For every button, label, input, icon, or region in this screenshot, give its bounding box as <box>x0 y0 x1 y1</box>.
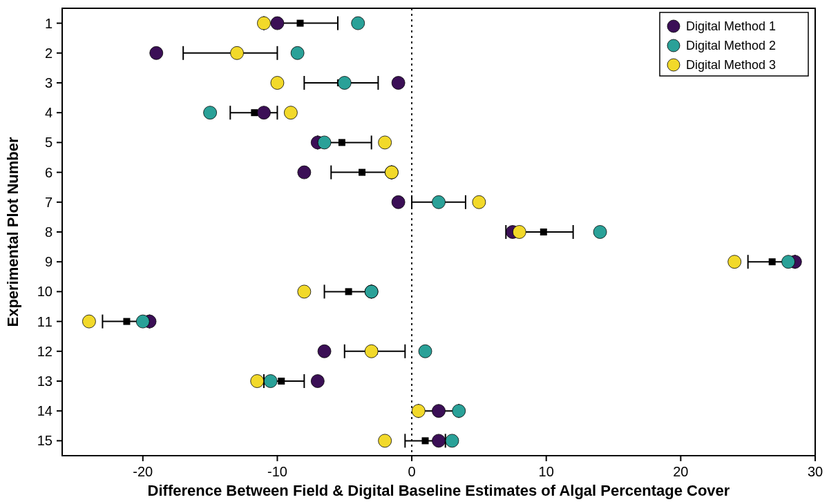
data-point <box>473 195 486 209</box>
y-tick-label: 4 <box>45 105 53 120</box>
data-point <box>318 136 331 149</box>
data-point <box>257 106 270 119</box>
y-tick-label: 7 <box>45 195 53 210</box>
y-tick-label: 13 <box>37 374 53 389</box>
data-point <box>412 405 425 418</box>
mean-marker <box>297 20 304 27</box>
data-point <box>231 46 244 59</box>
data-point <box>432 434 446 447</box>
mean-marker <box>540 229 547 235</box>
data-point <box>513 226 526 239</box>
y-tick-label: 11 <box>37 314 53 329</box>
data-point <box>338 77 351 90</box>
legend-label: Digital Method 1 <box>686 19 776 33</box>
data-point <box>452 405 466 418</box>
data-point <box>782 255 795 269</box>
x-tick-label: -20 <box>133 464 153 479</box>
x-tick-label: 0 <box>408 464 416 479</box>
data-point <box>271 17 284 30</box>
mean-marker <box>251 109 258 116</box>
legend-label: Digital Method 2 <box>686 39 776 52</box>
chart-container: -20-100102030123456789101112131415Differ… <box>0 0 829 504</box>
data-point <box>257 17 270 30</box>
mean-marker <box>339 139 345 146</box>
data-point <box>271 77 284 90</box>
data-point <box>392 77 405 90</box>
y-tick-label: 9 <box>45 254 53 269</box>
y-tick-label: 8 <box>45 224 53 240</box>
y-tick-label: 15 <box>37 433 53 448</box>
data-point <box>150 46 163 59</box>
data-point <box>311 375 324 388</box>
data-point <box>365 345 378 358</box>
data-point <box>728 255 741 269</box>
data-point <box>291 46 304 59</box>
x-axis-label: Difference Between Field & Digital Basel… <box>148 482 730 499</box>
data-point <box>385 166 398 179</box>
mean-marker <box>278 378 285 385</box>
data-point <box>251 375 264 388</box>
y-tick-label: 3 <box>45 75 53 90</box>
data-point <box>392 195 405 209</box>
data-point <box>264 375 277 388</box>
data-point <box>298 166 311 179</box>
y-tick-label: 14 <box>37 403 53 418</box>
data-point <box>284 106 297 119</box>
chart-svg: -20-100102030123456789101112131415Differ… <box>0 0 829 504</box>
y-axis-label: Experimental Plot Number <box>4 137 21 327</box>
x-tick-label: -10 <box>267 464 287 479</box>
x-tick-label: 10 <box>539 464 554 479</box>
x-tick-label: 30 <box>808 464 823 479</box>
y-tick-label: 5 <box>45 135 53 150</box>
data-point <box>352 17 365 30</box>
y-tick-label: 1 <box>45 16 53 31</box>
x-tick-label: 20 <box>673 464 688 479</box>
mean-marker <box>345 288 352 295</box>
mean-marker <box>359 169 365 176</box>
data-point <box>593 226 607 239</box>
data-point <box>432 195 446 209</box>
data-point <box>318 345 331 358</box>
data-point <box>379 136 392 149</box>
legend-marker <box>667 20 680 32</box>
mean-marker <box>769 258 776 265</box>
y-tick-label: 10 <box>37 284 53 299</box>
mean-marker <box>123 318 130 325</box>
legend-marker <box>667 39 680 52</box>
data-point <box>298 285 311 298</box>
data-point <box>379 434 392 447</box>
y-tick-label: 6 <box>45 165 53 180</box>
y-tick-label: 2 <box>45 46 53 61</box>
legend-label: Digital Method 3 <box>686 58 776 72</box>
data-point <box>432 405 446 418</box>
data-point <box>204 106 217 119</box>
y-tick-label: 12 <box>37 344 53 359</box>
data-point <box>82 315 95 328</box>
data-point <box>419 345 432 358</box>
data-point <box>136 315 149 328</box>
data-point <box>446 434 459 447</box>
data-point <box>365 285 378 298</box>
legend-marker <box>667 59 680 71</box>
mean-marker <box>422 437 429 444</box>
